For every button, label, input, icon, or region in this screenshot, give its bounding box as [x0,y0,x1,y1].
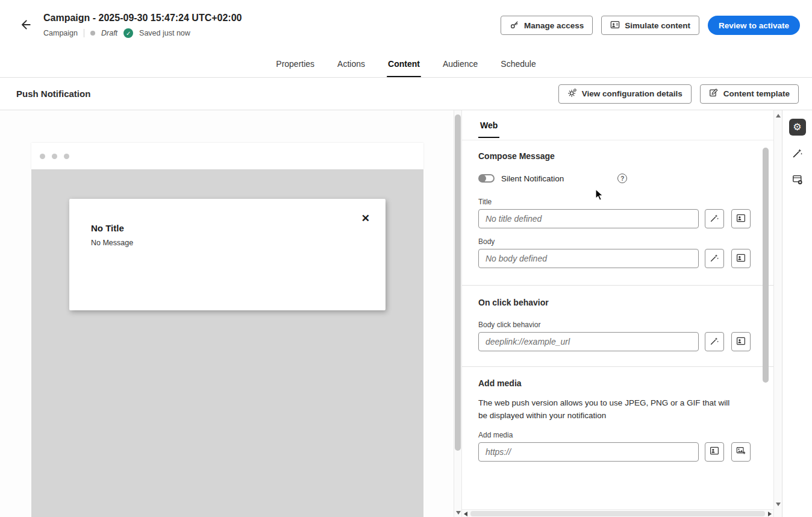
body-asset-picker-button[interactable] [731,249,751,268]
title-field-label: Title [478,198,751,206]
compose-message-section: Compose Message Silent Notification ? Ti… [462,151,773,285]
manage-access-button[interactable]: Manage access [501,16,593,35]
compose-message-heading: Compose Message [478,151,751,161]
title-block: Campaign - 2025-09-30 15:47:24 UTC+02:00… [43,13,501,38]
title-personalization-button[interactable] [705,209,724,228]
magic-wand-icon [710,213,719,225]
panel-horizontal-scrollbar[interactable] [462,509,773,517]
scroll-right-arrow-icon[interactable] [768,512,772,516]
view-configuration-details-button[interactable]: View configuration details [558,84,692,104]
tab-content[interactable]: Content [387,51,421,77]
push-preview-pane: No Title No Message ✕ [0,110,454,517]
gear-icon: ⚙ [793,122,801,132]
key-icon [510,20,519,31]
app-root: Campaign - 2025-09-30 15:47:24 UTC+02:00… [0,0,812,517]
asset-image-icon [736,336,746,348]
scrollbar-thumb[interactable] [455,114,461,451]
status-badge: Draft [101,29,117,37]
app-header: Campaign - 2025-09-30 15:47:24 UTC+02:00… [0,0,812,51]
body-input[interactable] [478,249,699,268]
channel-tab-bar: Web [462,110,773,140]
simulate-content-button[interactable]: Simulate content [601,16,699,35]
content-subheader: Push Notification View configuration det… [0,78,812,110]
content-template-button[interactable]: Content template [700,84,799,104]
panel-settings-button[interactable]: ⚙ [789,119,806,136]
content-template-label: Content template [723,89,790,98]
asset-image-icon [710,446,719,457]
asset-image-icon [736,253,746,265]
main-area: No Title No Message ✕ Web Compose Messag… [0,110,812,517]
notification-close-icon[interactable]: ✕ [361,212,370,225]
silent-notification-label: Silent Notification [501,174,564,183]
panel-outer-vertical-scrollbar[interactable] [773,110,782,517]
manage-access-label: Manage access [524,21,584,30]
add-media-input[interactable] [478,442,699,462]
title-asset-picker-button[interactable] [731,209,751,228]
simulate-content-label: Simulate content [625,21,690,30]
magic-wand-icon [792,148,803,160]
saved-status-text: Saved just now [139,29,190,37]
section-divider [462,285,773,286]
subheader-actions: View configuration details Content templ… [558,84,799,104]
header-actions: Manage access Simulate content Review to… [501,16,800,35]
help-icon[interactable]: ? [617,174,627,183]
media-image-add-button[interactable] [731,442,751,462]
saved-check-icon: ✓ [123,28,133,38]
tab-properties[interactable]: Properties [275,51,316,77]
add-media-input-row [478,442,751,462]
image-add-icon [736,446,746,457]
window-dot-icon [52,154,57,159]
title-input-row [478,209,751,228]
campaign-type-label: Campaign [43,29,78,37]
ai-assistant-button[interactable] [789,145,806,162]
click-personalization-button[interactable] [705,332,724,351]
magic-wand-icon [710,253,719,265]
window-dot-icon [64,154,69,159]
toggle-knob [479,175,486,182]
section-divider [462,366,773,367]
main-tab-bar: Properties Actions Content Audience Sche… [0,51,812,78]
review-to-activate-label: Review to activate [719,21,789,30]
title-input[interactable] [478,209,699,228]
asset-library-button[interactable] [789,172,806,189]
back-button[interactable] [14,14,36,36]
scroll-down-arrow-icon[interactable] [456,511,461,515]
silent-notification-toggle[interactable] [478,174,495,183]
page-title: Campaign - 2025-09-30 15:47:24 UTC+02:00 [43,13,501,24]
media-asset-picker-button[interactable] [705,442,724,462]
horizontal-scrollbar-thumb[interactable] [470,511,765,516]
add-media-section: Add media The web push version allows yo… [462,378,773,479]
right-icon-rail: ⚙ [782,110,812,517]
tab-audience[interactable]: Audience [442,51,479,77]
body-click-behavior-input[interactable] [478,332,699,351]
scroll-down-arrow-icon[interactable] [776,503,781,506]
scroll-up-arrow-icon[interactable] [776,114,781,118]
panel-scrollbar-thumb[interactable] [763,148,769,383]
body-click-input-row [478,332,751,351]
body-field-label: Body [478,237,751,246]
tab-schedule[interactable]: Schedule [499,51,537,77]
body-personalization-button[interactable] [705,249,724,268]
tab-web[interactable]: Web [478,110,499,138]
add-media-label: Add media [478,431,751,439]
status-dot [90,31,95,36]
asset-card-add-icon [792,174,803,187]
meta-divider [84,29,84,37]
asset-image-icon [736,213,746,225]
review-to-activate-button[interactable]: Review to activate [708,16,800,35]
edit-template-icon [709,88,719,99]
configuration-gear-icon [567,88,577,99]
preview-vertical-scrollbar[interactable] [454,110,462,517]
add-media-heading: Add media [478,378,751,388]
window-dot-icon [40,154,45,159]
browser-chrome-bar [31,143,423,169]
add-media-description: The web push version allows you to use J… [478,397,734,422]
back-arrow-icon [19,18,32,33]
view-configuration-details-label: View configuration details [582,89,682,98]
browser-viewport: No Title No Message ✕ [31,169,423,517]
tab-actions[interactable]: Actions [336,51,366,77]
click-asset-picker-button[interactable] [731,332,751,351]
onclick-behavior-section: On click behavior Body click behavior [462,298,773,366]
scroll-left-arrow-icon[interactable] [464,512,467,516]
simulate-content-icon [610,20,620,31]
